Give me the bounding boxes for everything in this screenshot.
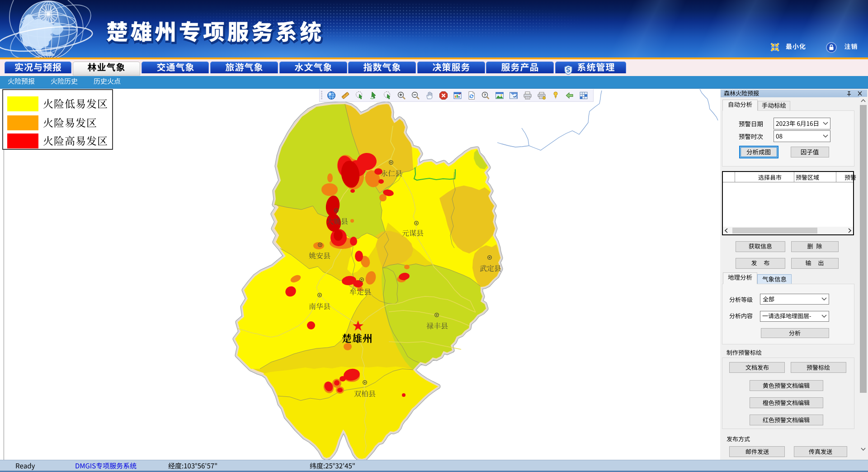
svg-text:?: ? (484, 93, 486, 97)
